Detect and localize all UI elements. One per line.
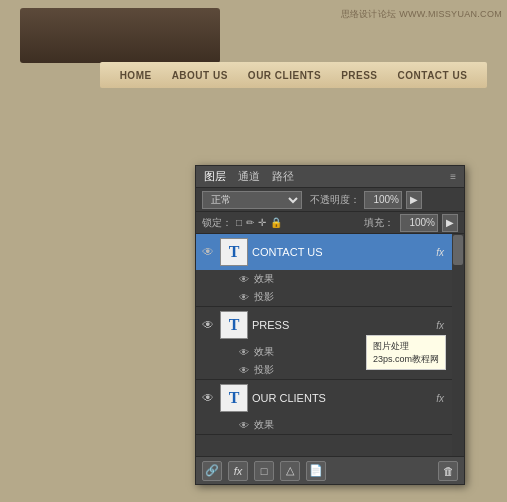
add-style-button[interactable]: fx bbox=[228, 461, 248, 481]
layers-panel: 图层 通道 路径 ≡ 正常 不透明度： ▶ 锁定： □ ✏ ✛ 🔒 填充： ▶ … bbox=[195, 165, 465, 485]
fill-label: 填充： bbox=[364, 216, 394, 230]
layer-press-thumb: T bbox=[220, 311, 248, 339]
layer-press-effects-label: 效果 bbox=[254, 345, 274, 359]
layer-contact-fx[interactable]: fx bbox=[436, 247, 444, 258]
layer-clients-name: OUR CLIENTS bbox=[252, 392, 432, 404]
layer-row-contact: 👁 T CONTACT US fx ▲ 👁 效果 👁 投影 bbox=[196, 234, 464, 307]
nav-item-clients[interactable]: OUR CLIENTS bbox=[248, 70, 321, 81]
layers-list: 👁 T CONTACT US fx ▲ 👁 效果 👁 投影 👁 T PRESS … bbox=[196, 234, 464, 452]
layer-clients-thumb: T bbox=[220, 384, 248, 412]
fill-input[interactable] bbox=[400, 214, 438, 232]
layer-contact-shadow-label: 投影 bbox=[254, 290, 274, 304]
watermark: 思络设计论坛 WWW.MISSYUAN.COM bbox=[341, 8, 502, 21]
blend-opacity-row: 正常 不透明度： ▶ bbox=[196, 188, 464, 212]
layer-clients-fx[interactable]: fx bbox=[436, 393, 444, 404]
tab-paths[interactable]: 路径 bbox=[272, 169, 294, 184]
layer-contact-sub-eye2[interactable]: 👁 bbox=[238, 291, 250, 303]
lock-icon-move[interactable]: ✛ bbox=[258, 217, 266, 228]
layer-contact-effects-label: 效果 bbox=[254, 272, 274, 286]
layer-clients-sub-eye[interactable]: 👁 bbox=[238, 419, 250, 431]
tab-layers[interactable]: 图层 bbox=[204, 169, 226, 184]
delete-layer-button[interactable]: 🗑 bbox=[438, 461, 458, 481]
lock-fill-row: 锁定： □ ✏ ✛ 🔒 填充： ▶ bbox=[196, 212, 464, 234]
layer-contact-eye[interactable]: 👁 bbox=[200, 244, 216, 260]
layer-clients-effects-label: 效果 bbox=[254, 418, 274, 432]
lock-icon-pen[interactable]: ✏ bbox=[246, 217, 254, 228]
banner-ribbon bbox=[20, 8, 220, 63]
scroll-thumb[interactable] bbox=[453, 235, 463, 265]
layer-press-eye[interactable]: 👁 bbox=[200, 317, 216, 333]
layer-clients-sub-effects: 👁 效果 bbox=[196, 416, 464, 434]
layer-contact-main[interactable]: 👁 T CONTACT US fx ▲ bbox=[196, 234, 464, 270]
lock-icon-lock[interactable]: 🔒 bbox=[270, 217, 282, 228]
layer-contact-thumb: T bbox=[220, 238, 248, 266]
tab-channels[interactable]: 通道 bbox=[238, 169, 260, 184]
add-mask-button[interactable]: □ bbox=[254, 461, 274, 481]
tooltip-box: 图片处理 23ps.com教程网 bbox=[366, 335, 446, 370]
layer-press-name: PRESS bbox=[252, 319, 432, 331]
canvas-area: 思络设计论坛 WWW.MISSYUAN.COM HOME ABOUT US OU… bbox=[0, 0, 507, 95]
lock-icon-box[interactable]: □ bbox=[236, 217, 242, 228]
tooltip-line1: 图片处理 bbox=[373, 340, 439, 353]
link-layers-button[interactable]: 🔗 bbox=[202, 461, 222, 481]
layer-press-sub-eye1[interactable]: 👁 bbox=[238, 346, 250, 358]
opacity-input[interactable] bbox=[364, 191, 402, 209]
scroll-track[interactable] bbox=[452, 234, 464, 456]
layer-clients-eye[interactable]: 👁 bbox=[200, 390, 216, 406]
new-group-button[interactable]: △ bbox=[280, 461, 300, 481]
nav-item-about[interactable]: ABOUT US bbox=[172, 70, 228, 81]
blend-mode-dropdown[interactable]: 正常 bbox=[202, 191, 302, 209]
layer-contact-name: CONTACT US bbox=[252, 246, 432, 258]
layer-contact-sub-shadow: 👁 投影 bbox=[196, 288, 464, 306]
tooltip-line2: 23ps.com教程网 bbox=[373, 353, 439, 366]
layer-press-shadow-label: 投影 bbox=[254, 363, 274, 377]
navigation-bar: HOME ABOUT US OUR CLIENTS PRESS CONTACT … bbox=[100, 62, 487, 88]
panel-menu-icon[interactable]: ≡ bbox=[450, 171, 456, 182]
opacity-arrow[interactable]: ▶ bbox=[406, 191, 422, 209]
layer-row-clients: 👁 T OUR CLIENTS fx ▲ 👁 效果 bbox=[196, 380, 464, 435]
opacity-label: 不透明度： bbox=[310, 193, 360, 207]
layer-clients-main[interactable]: 👁 T OUR CLIENTS fx ▲ bbox=[196, 380, 464, 416]
lock-label: 锁定： bbox=[202, 216, 232, 230]
layer-contact-sub-eye1[interactable]: 👁 bbox=[238, 273, 250, 285]
nav-item-contact[interactable]: CONTACT US bbox=[398, 70, 468, 81]
layer-row-press: 👁 T PRESS fx ▲ 👁 效果 👁 投影 图片处理 23ps.com教程… bbox=[196, 307, 464, 380]
panel-bottom-toolbar: 🔗 fx □ △ 📄 🗑 bbox=[196, 456, 464, 484]
fill-arrow[interactable]: ▶ bbox=[442, 214, 458, 232]
new-layer-button[interactable]: 📄 bbox=[306, 461, 326, 481]
nav-item-home[interactable]: HOME bbox=[120, 70, 152, 81]
layer-press-sub-eye2[interactable]: 👁 bbox=[238, 364, 250, 376]
nav-item-press[interactable]: PRESS bbox=[341, 70, 377, 81]
layer-contact-sub-effects: 👁 效果 bbox=[196, 270, 464, 288]
panel-header: 图层 通道 路径 ≡ bbox=[196, 166, 464, 188]
layer-press-fx[interactable]: fx bbox=[436, 320, 444, 331]
